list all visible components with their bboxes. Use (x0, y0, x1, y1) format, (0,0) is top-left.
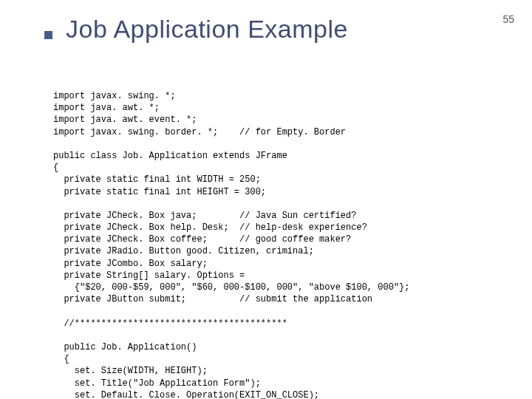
page-number: 55 (502, 13, 514, 25)
code-block: import javax. swing. *; import java. awt… (53, 90, 502, 399)
title-row: Job Application Example (44, 15, 348, 44)
slide: 55 Job Application Example import javax.… (0, 0, 532, 399)
title-bullet-icon (44, 31, 52, 39)
slide-title: Job Application Example (66, 15, 348, 44)
